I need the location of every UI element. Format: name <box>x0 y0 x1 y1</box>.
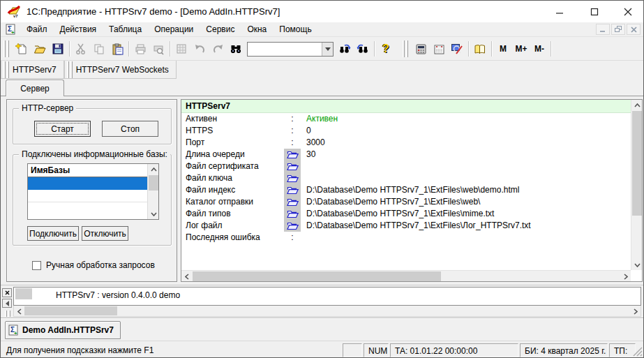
scrollbar-thumb[interactable] <box>193 271 441 281</box>
new-button[interactable] <box>13 40 31 58</box>
open-file-button[interactable] <box>284 208 301 220</box>
start-button[interactable]: Старт <box>34 121 91 137</box>
close-button[interactable] <box>612 1 644 22</box>
open-file-button[interactable] <box>284 172 301 184</box>
server-control-panel: HTTP-сервер Старт Стоп Подключены информ… <box>6 99 177 282</box>
scroll-right-button[interactable] <box>620 271 631 282</box>
search-combobox[interactable] <box>247 42 334 57</box>
message-grip[interactable] <box>4 311 11 317</box>
base-list-row[interactable] <box>28 177 158 190</box>
message-margin-cell <box>15 288 32 299</box>
message-collapse-button[interactable] <box>2 299 12 308</box>
cut-button <box>72 40 90 58</box>
open-button[interactable] <box>31 40 49 58</box>
toolbar-grip[interactable] <box>3 40 10 57</box>
properties-vscrollbar[interactable] <box>631 100 642 270</box>
toolbar-grip[interactable] <box>402 40 409 57</box>
find-button[interactable] <box>227 40 245 58</box>
scrollbar-thumb[interactable] <box>149 175 158 191</box>
redo-icon <box>212 43 224 55</box>
base-list-row[interactable] <box>28 190 158 202</box>
calculator-icon <box>415 43 427 55</box>
open-file-button[interactable] <box>284 220 301 232</box>
toolbar-separator <box>551 41 551 57</box>
menu-item-windows[interactable]: Окна <box>241 23 273 36</box>
scroll-down-button[interactable] <box>148 209 159 219</box>
find-prev-icon <box>357 43 369 55</box>
scroll-up-button[interactable] <box>631 100 643 110</box>
message-window: HTTPSrv7 : version 0.4.0.0 demo <box>1 285 643 318</box>
toolbar-grip[interactable] <box>66 61 73 78</box>
open-file-button[interactable] <box>284 196 301 208</box>
open-file-button[interactable] <box>284 161 301 172</box>
property-label: Последняя ошибка <box>186 232 283 244</box>
menu-item-service[interactable]: Сервис <box>200 23 241 36</box>
toolbar-grip[interactable] <box>3 61 10 78</box>
scrollbar-thumb[interactable] <box>24 306 117 315</box>
scroll-left-button[interactable] <box>181 271 192 282</box>
open-file-folder-icon <box>287 221 299 230</box>
calendar-button[interactable] <box>430 40 448 58</box>
book-button[interactable] <box>471 40 489 58</box>
message-area[interactable]: HTTPSrv7 : version 0.4.0.0 demo <box>13 287 641 306</box>
memory-m-button[interactable]: M <box>494 40 512 58</box>
menu-item-operations[interactable]: Операции <box>148 23 200 36</box>
calculator-button[interactable] <box>412 40 430 58</box>
scroll-up-button[interactable] <box>148 164 159 174</box>
menu-item-file[interactable]: Файл <box>20 23 54 36</box>
scroll-left-button[interactable] <box>14 306 24 317</box>
connect-button[interactable]: Подключить <box>27 226 79 241</box>
save-icon <box>52 43 64 55</box>
disconnect-button[interactable]: Отключить <box>82 226 128 241</box>
open-file-button[interactable] <box>284 149 301 161</box>
message-close-button[interactable] <box>2 288 12 297</box>
tablo-button[interactable] <box>448 40 466 58</box>
minimize-button[interactable] <box>544 1 576 22</box>
mdi-close-button[interactable] <box>627 24 641 35</box>
window-tab-label: Demo AddIn.HTTPSrv7 <box>22 325 114 335</box>
scrollbar-thumb[interactable] <box>632 111 642 216</box>
paste-button[interactable] <box>108 40 126 58</box>
window-tab-demo-addin[interactable]: Σ + Demo AddIn.HTTPSrv7 <box>5 321 121 339</box>
book-icon <box>474 43 486 55</box>
stop-button[interactable]: Стоп <box>102 121 158 137</box>
manual-processing-checkbox[interactable] <box>32 261 41 270</box>
tablo-icon <box>451 43 463 55</box>
info-bases-list[interactable]: ИмяБазы <box>27 163 159 220</box>
sigma-doc-icon: Σ + <box>6 24 16 35</box>
close-icon <box>631 27 637 33</box>
menu-item-help[interactable]: Помощь <box>273 23 317 36</box>
panel-tab-httpserv7-websockets[interactable]: HTTPServ7 WebSockets <box>64 61 177 79</box>
mdi-minimize-button[interactable] <box>596 24 610 35</box>
property-row: Файл ключа <box>181 172 631 184</box>
view-grid-button <box>172 40 190 58</box>
memory-minus-button[interactable]: M- <box>530 40 548 58</box>
combo-dropdown-button[interactable] <box>322 43 333 56</box>
save-button[interactable] <box>49 40 67 58</box>
toolbar-separator <box>468 41 469 57</box>
app-icon: v7 <box>7 5 21 19</box>
open-file-button[interactable] <box>284 184 301 196</box>
scroll-right-button[interactable] <box>630 306 641 317</box>
find-prev-button[interactable] <box>354 40 372 58</box>
menu-bar: Σ + ФайлДействияТаблицаОперацииСервисОкн… <box>1 22 643 37</box>
help-button[interactable]: ? <box>377 40 395 58</box>
resize-grip[interactable] <box>633 347 643 357</box>
memory-plus-button[interactable]: M+ <box>512 40 530 58</box>
scroll-down-button[interactable] <box>631 260 643 270</box>
info-bases-scrollbar[interactable] <box>147 164 158 219</box>
maximize-button[interactable] <box>578 1 611 22</box>
menu-item-actions[interactable]: Действия <box>54 23 103 36</box>
title-bar: v7 1С:Предприятие - HTTPSrv7 demo - [Dem… <box>1 1 643 22</box>
message-hscrollbar[interactable] <box>13 306 641 317</box>
find-next-button[interactable] <box>336 40 354 58</box>
property-row: Каталог отправки D:\Database\Demo HTTPSr… <box>181 196 631 208</box>
search-input[interactable] <box>248 43 322 56</box>
panel-tab-httpserv7[interactable]: HTTPServ7 <box>1 61 64 79</box>
print-preview-button <box>149 40 167 58</box>
menu-item-table[interactable]: Таблица <box>103 23 148 36</box>
mdi-restore-button[interactable] <box>611 24 625 35</box>
properties-hscrollbar[interactable] <box>181 270 631 281</box>
tab-server[interactable]: Сервер <box>6 80 64 96</box>
open-file-folder-icon <box>287 209 299 218</box>
